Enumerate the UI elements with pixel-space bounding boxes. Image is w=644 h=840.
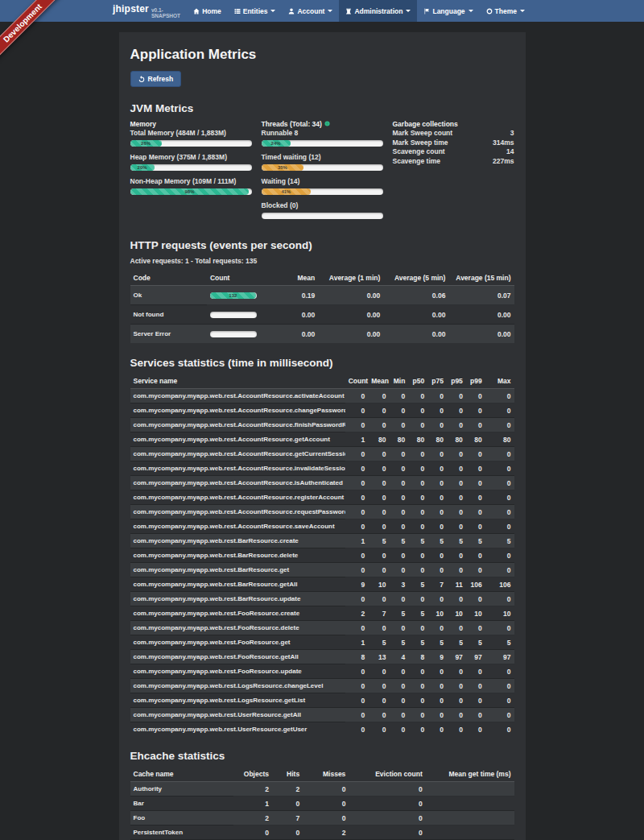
http-mean: 0.00 [276, 325, 318, 344]
table-row: Ok1320.190.000.060.07 [130, 286, 514, 305]
row-value: 0 [447, 592, 466, 606]
threads-title: Threads (Total: 34) [262, 120, 322, 129]
row-value: 0 [345, 592, 369, 606]
row-value: 0 [345, 722, 369, 737]
row-value: 5 [389, 635, 408, 650]
brand-logo[interactable]: jhipster v0.1-SNAPSHOT [113, 3, 187, 19]
row-value: 0 [447, 693, 466, 708]
row-label: com.mycompany.myapp.web.rest.BarResource… [130, 592, 345, 606]
column-header: Service name [130, 374, 345, 389]
count-bar [210, 312, 257, 318]
gc-value: 14 [506, 147, 514, 157]
http-count-cell [207, 325, 276, 344]
total-memory-bar: 26% [130, 140, 252, 147]
home-icon [193, 8, 200, 14]
chevron-down-icon [469, 10, 473, 12]
table-row: Authority2200 [130, 782, 514, 797]
row-label: com.mycompany.myapp.web.rest.FooResource… [130, 635, 345, 650]
thread-dump-icon[interactable] [324, 120, 330, 129]
row-value: 0 [485, 389, 514, 403]
row-value: 0 [427, 519, 447, 534]
nav-item-entities[interactable]: Entities [228, 0, 283, 22]
row-label: com.mycompany.myapp.web.rest.AccountReso… [130, 418, 345, 432]
nav-item-account[interactable]: Account [282, 0, 339, 22]
count-bar: 132 [210, 292, 257, 299]
row-value: 5 [408, 635, 427, 650]
nav-item-home[interactable]: Home [187, 0, 228, 22]
row-value: 0 [368, 621, 389, 635]
http-avg-5min: 0.00 [383, 305, 448, 325]
row-value: 0 [447, 548, 466, 563]
row-value: 0 [389, 592, 408, 606]
nav-item-theme[interactable]: Theme [480, 0, 531, 22]
table-row: com.mycompany.myapp.web.rest.LogsResourc… [130, 679, 514, 693]
column-header: p99 [466, 374, 485, 389]
nav-item-language[interactable]: Language [417, 0, 479, 22]
row-value: 0 [368, 476, 389, 490]
row-value: 0 [427, 476, 447, 490]
table-row: com.mycompany.myapp.web.rest.FooResource… [130, 650, 514, 664]
row-value: 0 [345, 418, 369, 432]
row-value: 0 [349, 797, 425, 811]
table-row: com.mycompany.myapp.web.rest.AccountReso… [130, 418, 514, 432]
row-value: 10 [368, 577, 389, 592]
column-header: Mean [276, 271, 318, 286]
nav-item-administration[interactable]: Administration [339, 0, 417, 22]
row-value: 2 [272, 782, 303, 797]
account-icon [288, 8, 295, 14]
row-value: 0 [389, 519, 408, 534]
row-value: 0 [466, 664, 485, 679]
row-value: 5 [368, 534, 389, 548]
table-header-row: Service name Count Mean Min p50 p75 p95 … [130, 374, 514, 389]
row-label: com.mycompany.myapp.web.rest.FooResource… [130, 650, 345, 664]
refresh-button[interactable]: Refresh [130, 71, 182, 87]
heap-memory-metric: Heap Memory (375M / 1,883M) 20% [130, 153, 252, 171]
row-value: 10 [466, 606, 485, 621]
row-value: 0 [447, 389, 466, 403]
row-value: 0 [303, 797, 349, 811]
row-value: 80 [447, 432, 466, 447]
row-value: 0 [466, 476, 485, 490]
column-header: Cache name [130, 768, 234, 782]
row-value: 0 [427, 621, 447, 635]
row-value: 0 [466, 389, 485, 403]
row-label: com.mycompany.myapp.web.rest.FooResource… [130, 621, 345, 635]
row-value: 0 [427, 389, 447, 403]
row-label: com.mycompany.myapp.web.rest.UserResourc… [130, 708, 345, 722]
row-value: 0 [466, 592, 485, 606]
http-avg-1min: 0.00 [318, 325, 383, 344]
heap-memory-bar: 20% [130, 164, 252, 171]
nav-item-label: Home [202, 7, 221, 15]
metrics-card: Application Metrics Refresh JVM Metrics … [119, 32, 526, 840]
row-value: 0 [368, 708, 389, 722]
row-value: 0 [408, 693, 427, 708]
row-value: 5 [389, 606, 408, 621]
brand-name: jhipster [113, 3, 149, 14]
row-value: 7 [427, 577, 447, 592]
row-value: 0 [466, 708, 485, 722]
row-value: 0 [408, 679, 427, 693]
row-value: 2 [345, 606, 369, 621]
http-code: Ok [130, 286, 207, 305]
column-header: Misses [303, 768, 349, 782]
row-label: Bar [130, 797, 234, 811]
column-header: Eviction count [349, 768, 425, 782]
runnable-bar: 24% [262, 140, 383, 147]
row-value: 0 [368, 403, 389, 418]
blocked-metric: Blocked (0) [262, 201, 383, 219]
row-value: 0 [466, 418, 485, 432]
table-row: com.mycompany.myapp.web.rest.AccountReso… [130, 403, 514, 418]
row-value: 0 [427, 563, 447, 577]
row-value: 0 [447, 476, 466, 490]
row-value: 0 [368, 461, 389, 476]
row-value: 0 [485, 722, 514, 737]
row-label: com.mycompany.myapp.web.rest.BarResource… [130, 534, 345, 548]
nonheap-memory-bar: 98% [130, 188, 252, 195]
row-value: 0 [447, 563, 466, 577]
row-value: 0 [368, 505, 389, 519]
column-header: Average (15 min) [448, 271, 514, 286]
row-value: 0 [233, 826, 272, 840]
table-row: Server Error0.000.000.000.00 [130, 325, 514, 344]
row-value: 0 [408, 519, 427, 534]
row-value: 0 [447, 621, 466, 635]
